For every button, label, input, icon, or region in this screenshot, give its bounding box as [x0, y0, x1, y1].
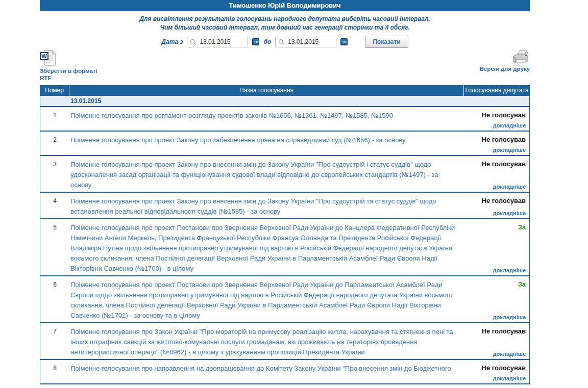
vote-title-cell: Поіменне голосування про регламент розгл… — [69, 107, 463, 131]
vote-title-cell: Поіменне голосування про проект Закону п… — [69, 132, 463, 155]
save-rtf-link[interactable]: W Зберегти в форматі RTF — [40, 50, 99, 82]
date-group-row: 13.01.2015 — [40, 96, 530, 107]
row-number: 3 — [40, 156, 69, 192]
date-from-value: 13.01.2015 — [200, 38, 230, 45]
search-icon — [190, 39, 197, 45]
date-to-input[interactable]: 13.01.2015 — [275, 37, 336, 47]
deputy-vote-cell: Не голосував докладніше — [463, 193, 529, 218]
table-row: 5 Поіменне голосування про проект Постан… — [40, 219, 529, 276]
deputy-vote-cell: Не голосував докладніше — [463, 323, 529, 359]
deputy-vote-cell: Не голосував докладніше — [463, 132, 529, 155]
date-from-input[interactable]: 13.01.2015 — [187, 37, 248, 47]
col-header-number: Номер — [40, 85, 69, 96]
deputy-vote-value: Не голосував — [482, 111, 526, 119]
deputy-vote-cell: Не голосував докладніше — [463, 107, 529, 131]
deputy-vote-value: За — [518, 223, 526, 231]
table-row: 1 Поіменне голосування про регламент роз… — [40, 107, 529, 132]
table-row: 8 Поіменне голосування про направлення н… — [40, 360, 529, 384]
col-header-deputy-vote: Голосування депутата — [463, 85, 530, 96]
calendar-from-icon[interactable]: 18 — [252, 38, 259, 45]
date-to-label: до — [263, 38, 271, 45]
page-title: Тимошенко Юрій Володимирович — [40, 0, 530, 11]
deputy-vote-value: Не голосував — [482, 327, 526, 335]
details-link[interactable]: докладніше — [493, 347, 526, 357]
vote-title-cell: Поіменне голосування про проект Закону п… — [69, 156, 463, 192]
table-row: 7 Поіменне голосування про Закон України… — [40, 323, 529, 360]
vote-title-link[interactable]: Поіменне голосування про Закон України "… — [70, 327, 460, 357]
table-row: 4 Поіменне голосування про проект Закону… — [40, 193, 529, 219]
details-link[interactable]: докладніше — [493, 311, 526, 320]
printer-icon — [511, 50, 530, 64]
date-filter-bar: Дата з 13.01.2015 18 до 13.01.2015 18 По… — [40, 35, 530, 48]
print-version-link[interactable]: Версія для друку — [480, 50, 530, 72]
search-icon — [278, 39, 285, 45]
intro-line-2: Чим більший часовий інтервал, тим довший… — [40, 23, 530, 32]
word-doc-icon: W — [40, 50, 57, 66]
vote-title-link[interactable]: Поіменне голосування про направлення на … — [70, 364, 460, 374]
table-header: Номер Назва голосування Голосування депу… — [40, 85, 530, 96]
intro-line-1: Для висвітлення результатів голосувань н… — [40, 15, 530, 23]
deputy-vote-cell: Не голосував докладніше — [463, 360, 529, 383]
row-number: 8 — [40, 360, 69, 383]
date-group-label: 13.01.2015 — [70, 97, 101, 105]
deputy-vote-value: Не голосував — [482, 197, 526, 204]
actions-row: W Зберегти в форматі RTF Версія для друк… — [40, 50, 530, 82]
row-number: 1 — [40, 107, 69, 131]
deputy-vote-value: Не голосував — [482, 364, 526, 372]
row-number: 5 — [40, 219, 69, 275]
content-area: Тимошенко Юрій Володимирович Для висвітл… — [40, 0, 530, 384]
details-link[interactable]: докладніше — [493, 143, 526, 153]
row-number: 6 — [40, 276, 69, 322]
details-link[interactable]: докладніше — [493, 180, 526, 190]
details-link[interactable]: докладніше — [493, 264, 526, 273]
calendar-to-icon[interactable]: 18 — [340, 38, 348, 45]
details-link[interactable]: докладніше — [493, 119, 526, 128]
vote-title-cell: Поіменне голосування про Закон України "… — [69, 323, 463, 359]
save-rtf-label: Зберегти в форматі RTF — [40, 67, 99, 82]
table-row: 2 Поіменне голосування про проект Закону… — [40, 132, 529, 156]
table-row: 6 Поіменне голосування про проект Постан… — [40, 276, 529, 323]
row-number: 4 — [40, 193, 69, 218]
intro-text: Для висвітлення результатів голосувань н… — [40, 15, 530, 32]
vote-title-cell: Поіменне голосування про направлення на … — [69, 360, 463, 383]
row-number: 7 — [40, 323, 69, 359]
vote-title-link[interactable]: Поіменне голосування про проект Закону п… — [70, 160, 460, 190]
table-row: 3 Поіменне голосування про проект Закону… — [40, 156, 529, 193]
details-link[interactable]: докладніше — [493, 372, 526, 381]
vote-title-cell: Поіменне голосування про проект Закону п… — [69, 193, 463, 218]
print-label: Версія для друку — [480, 65, 530, 72]
deputy-vote-value: За — [518, 280, 526, 288]
date-to-value: 13.01.2015 — [288, 38, 318, 45]
vote-title-link[interactable]: Поіменне голосування про проект Закону п… — [70, 135, 460, 145]
page: Тимошенко Юрій Володимирович Для висвітл… — [0, 0, 588, 388]
vote-title-cell: Поіменне голосування про проект Постанов… — [69, 276, 463, 322]
show-button[interactable]: Показати — [365, 36, 408, 48]
vote-title-link[interactable]: Поіменне голосування про проект Постанов… — [70, 280, 460, 321]
date-from-label: Дата з — [161, 38, 183, 45]
col-header-vote-name: Назва голосування — [69, 85, 463, 96]
details-link[interactable]: докладніше — [493, 206, 526, 216]
table-body: 1 Поіменне голосування про регламент роз… — [40, 107, 530, 384]
vote-title-link[interactable]: Поіменне голосування про проект Постанов… — [70, 223, 460, 274]
deputy-vote-value: Не голосував — [482, 136, 526, 143]
deputy-vote-value: Не голосував — [482, 160, 526, 168]
deputy-vote-cell: Не голосував докладніше — [463, 156, 529, 192]
svg-text:W: W — [41, 53, 47, 59]
row-number: 2 — [40, 132, 69, 155]
deputy-vote-cell: За докладніше — [463, 219, 529, 275]
vote-title-link[interactable]: Поіменне голосування про регламент розгл… — [70, 111, 460, 121]
vote-title-cell: Поіменне голосування про проект Постанов… — [69, 219, 463, 275]
votes-table: Номер Назва голосування Голосування депу… — [40, 85, 530, 384]
vote-title-link[interactable]: Поіменне голосування про проект Закону п… — [70, 196, 460, 217]
deputy-vote-cell: За докладніше — [463, 276, 529, 322]
